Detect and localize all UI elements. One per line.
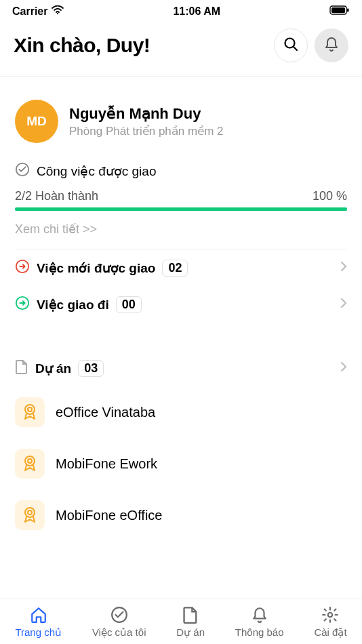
tab-label: Trang chủ: [15, 626, 62, 639]
svg-point-13: [25, 508, 35, 517]
greeting: Xin chào, Duy!: [14, 34, 150, 57]
header: Xin chào, Duy!: [0, 20, 362, 77]
tab-label: Cài đặt: [314, 626, 346, 639]
chevron-right-icon: [340, 361, 347, 375]
search-icon: [283, 36, 299, 55]
new-assigned-row[interactable]: Việc mới được giao 02: [15, 249, 347, 286]
svg-rect-3: [347, 9, 349, 12]
clock: 11:06 AM: [173, 5, 220, 18]
chevron-right-icon: [340, 298, 347, 311]
svg-rect-2: [331, 7, 345, 13]
incoming-icon: [15, 259, 30, 277]
tab-bar: Trang chủ Việc của tôi Dự án Thông báo C…: [0, 599, 362, 644]
tab-label: Dự án: [176, 626, 205, 639]
status-bar: Carrier 11:06 AM: [0, 0, 362, 20]
new-assigned-label: Việc mới được giao: [37, 260, 155, 276]
project-item[interactable]: MobiFone Ework: [15, 438, 347, 489]
progress-label: 2/2 Hoàn thành: [15, 189, 98, 203]
chevron-right-icon: [340, 261, 347, 275]
tab-projects[interactable]: Dự án: [176, 606, 205, 639]
view-detail-link[interactable]: Xem chi tiết >>: [15, 222, 347, 249]
battery-icon: [329, 5, 350, 18]
svg-line-5: [294, 47, 297, 50]
tab-home[interactable]: Trang chủ: [15, 606, 62, 639]
outgoing-icon: [15, 296, 30, 313]
notifications-button[interactable]: [315, 28, 348, 62]
avatar: MD: [15, 100, 58, 143]
project-item[interactable]: eOffice Vinataba: [15, 386, 347, 438]
delegated-label: Việc giao đi: [37, 297, 109, 313]
project-name: MobiFone eOffice: [56, 508, 163, 523]
svg-point-0: [57, 13, 58, 14]
tab-notifications[interactable]: Thông báo: [235, 606, 284, 639]
document-icon: [15, 359, 28, 377]
project-name: MobiFone Ework: [56, 456, 157, 472]
check-circle-icon: [15, 162, 30, 180]
projects-count: 03: [78, 360, 104, 377]
user-card: MD Nguyễn Mạnh Duy Phòng Phát triển phần…: [15, 77, 347, 159]
medal-icon: [15, 500, 45, 530]
progress-bar: [15, 207, 347, 211]
tab-label: Việc của tôi: [92, 626, 146, 639]
tab-settings[interactable]: Cài đặt: [314, 606, 346, 639]
project-name: eOffice Vinataba: [56, 405, 155, 420]
new-assigned-count: 02: [162, 260, 188, 277]
medal-icon: [15, 449, 45, 479]
carrier-label: Carrier: [12, 5, 47, 18]
progress-pct: 100 %: [313, 189, 347, 203]
svg-point-10: [28, 407, 32, 411]
svg-point-11: [25, 456, 35, 466]
medal-icon: [15, 397, 45, 427]
project-list: eOffice Vinataba MobiFone Ework MobiFone…: [15, 386, 347, 541]
search-button[interactable]: [274, 28, 308, 62]
assigned-title: Công việc được giao: [37, 163, 156, 179]
tab-label: Thông báo: [235, 626, 284, 638]
projects-row[interactable]: Dự án 03: [15, 350, 347, 386]
svg-point-9: [25, 405, 35, 414]
assigned-header: Công việc được giao: [15, 159, 347, 189]
projects-title: Dự án: [35, 361, 71, 376]
user-dept: Phòng Phát triển phần mềm 2: [69, 124, 224, 138]
svg-point-16: [328, 613, 333, 618]
wifi-icon: [52, 5, 64, 18]
project-item[interactable]: MobiFone eOffice: [15, 489, 347, 541]
user-name: Nguyễn Mạnh Duy: [69, 105, 224, 123]
svg-point-12: [28, 459, 32, 463]
svg-point-14: [28, 510, 32, 515]
delegated-row[interactable]: Việc giao đi 00: [15, 286, 347, 323]
tab-mywork[interactable]: Việc của tôi: [92, 606, 146, 639]
delegated-count: 00: [116, 296, 142, 313]
bell-icon: [323, 36, 340, 55]
